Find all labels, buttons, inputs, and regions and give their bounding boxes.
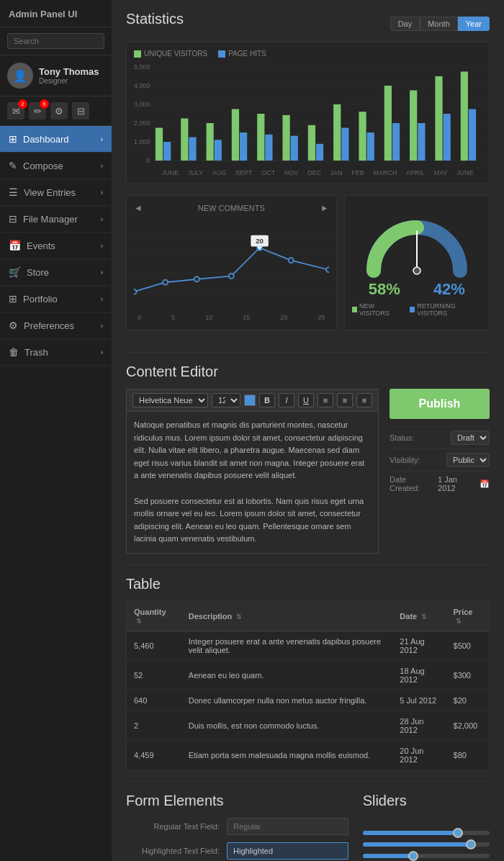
status-select[interactable]: Draft xyxy=(451,430,490,445)
italic-btn[interactable]: I xyxy=(279,393,294,407)
regular-text-input[interactable] xyxy=(227,818,348,835)
calendar-icon[interactable]: 📅 xyxy=(480,479,490,489)
slider-thumb-1[interactable] xyxy=(453,828,463,838)
th-description[interactable]: Description ⇅ xyxy=(181,601,393,631)
mail-icon-btn[interactable]: ✉ 2 xyxy=(7,102,24,120)
font-family-select[interactable]: Helvetica Neue xyxy=(132,393,208,407)
regular-label: Regular Text Field: xyxy=(126,822,220,831)
gauge-returning-pct: 42% xyxy=(433,280,465,299)
th-price[interactable]: Price ⇅ xyxy=(446,601,490,631)
chart-nav: ◄ NEW COMMENTS ► xyxy=(134,203,329,213)
date-value: 1 Jan 2012 📅 xyxy=(438,475,490,492)
gauge-legend: NEW VISITORS RETURNING VISITORS xyxy=(352,302,482,317)
line-chart-wrapper: 20 0510152025 xyxy=(134,217,329,323)
nav-label-3: File Manager xyxy=(23,214,78,225)
svg-rect-15 xyxy=(265,135,272,161)
user-action-icons: ✉ 2 ✏ 6 ⚙ ⊟ xyxy=(0,96,112,126)
svg-rect-17 xyxy=(290,136,297,161)
nav-arrow-7: › xyxy=(101,322,103,330)
svg-rect-24 xyxy=(384,86,391,161)
user-name: Tony Thomas xyxy=(39,66,99,77)
nav-label-5: Store xyxy=(27,267,49,278)
nav-arrow-1: › xyxy=(101,162,103,170)
nav-label-2: View Entries xyxy=(24,187,76,198)
nav-icon-5: 🛒 xyxy=(9,266,21,278)
gauge-returning: 42% xyxy=(433,280,465,299)
form-sliders-row: Form Elements Regular Text Field: Highli… xyxy=(112,782,504,861)
svg-point-36 xyxy=(134,289,136,294)
nav-icon-2: ☰ xyxy=(9,186,18,198)
regular-text-row: Regular Text Field: xyxy=(126,818,348,835)
editor-body[interactable]: Natoque penatibus et magnis dis parturie… xyxy=(126,411,379,554)
slider-row-3 xyxy=(363,854,490,858)
table-row: 5,460Integer posuere erat a ante venenat… xyxy=(127,631,490,660)
time-btn-day[interactable]: Day xyxy=(390,17,420,31)
stats-title: Statistics xyxy=(126,11,184,27)
table-row: 640Donec ullamcorper nulla non metus auc… xyxy=(127,690,490,711)
date-label: Date Created: xyxy=(390,475,438,492)
edit-icon-btn[interactable]: ✏ 6 xyxy=(29,102,46,120)
underline-btn[interactable]: U xyxy=(298,393,314,407)
sidebar-item-view-entries[interactable]: ☰View Entries› xyxy=(0,179,112,206)
slider-track-3 xyxy=(363,854,490,858)
time-btn-month[interactable]: Month xyxy=(420,17,458,31)
sidebar: Admin Panel UI 👤 Tony Thomas Designer ✉ … xyxy=(0,0,112,861)
cell-date-4: 20 Jun 2012 xyxy=(392,740,446,770)
slider-thumb-3[interactable] xyxy=(408,851,418,861)
cell-price-4: $80 xyxy=(446,740,490,770)
sidebar-item-dashboard[interactable]: ⊞Dashboard› xyxy=(0,126,112,153)
svg-rect-25 xyxy=(392,123,399,161)
bar-chart-wrapper: 5,000 4,000 3,000 2,000 1,000 0 xyxy=(134,63,482,176)
bar-chart-container: UNIQUE VISITORS PAGE HITS 5,000 4,000 3,… xyxy=(126,42,490,184)
mail-badge: 2 xyxy=(18,99,27,109)
bookmark-icon-btn[interactable]: ⊟ xyxy=(72,102,89,120)
cell-quantity-3: 2 xyxy=(127,711,181,740)
sidebar-item-store[interactable]: 🛒Store› xyxy=(0,259,112,286)
slider-track-1 xyxy=(363,831,490,835)
slider-thumb-2[interactable] xyxy=(466,839,476,849)
table-header-row: Quantity ⇅ Description ⇅ Date ⇅ Price ⇅ xyxy=(127,601,490,631)
time-btn-year[interactable]: Year xyxy=(458,17,490,31)
sidebar-item-events[interactable]: 📅Events› xyxy=(0,233,112,259)
slider-row-2 xyxy=(363,842,490,847)
gauge-new: 58% xyxy=(369,280,400,299)
th-date[interactable]: Date ⇅ xyxy=(392,601,446,631)
svg-rect-23 xyxy=(366,132,374,161)
svg-rect-26 xyxy=(410,90,417,161)
sidebar-item-preferences[interactable]: ⚙Preferences› xyxy=(0,312,112,339)
sort-quantity-icon: ⇅ xyxy=(136,618,142,625)
sidebar-item-file-manager[interactable]: ⊟File Manager› xyxy=(0,206,112,233)
highlighted-text-input[interactable] xyxy=(227,842,348,860)
nav-label-6: Portfolio xyxy=(23,294,58,305)
align-left-btn[interactable]: ≡ xyxy=(318,393,333,407)
slider-track-2 xyxy=(363,842,490,847)
align-center-btn[interactable]: ≡ xyxy=(337,393,353,407)
sidebar-item-compose[interactable]: ✎Compose› xyxy=(0,153,112,179)
bold-btn[interactable]: B xyxy=(259,393,275,407)
y-axis: 5,000 4,000 3,000 2,000 1,000 0 xyxy=(134,63,150,164)
align-right-btn[interactable]: ≡ xyxy=(356,393,372,407)
color-picker[interactable] xyxy=(244,395,256,406)
nav-arrow-8: › xyxy=(101,348,103,356)
settings-icon-btn[interactable]: ⚙ xyxy=(50,102,68,120)
svg-text:20: 20 xyxy=(256,237,264,245)
th-quantity[interactable]: Quantity ⇅ xyxy=(127,601,181,631)
search-container xyxy=(0,27,112,55)
chart-legend: UNIQUE VISITORS PAGE HITS xyxy=(134,50,482,58)
gauge-svg xyxy=(359,209,474,281)
visibility-select[interactable]: Public xyxy=(446,453,490,467)
nav-label-0: Dashboard xyxy=(23,134,69,145)
chart-prev-btn[interactable]: ◄ xyxy=(134,203,143,213)
chart-next-btn[interactable]: ► xyxy=(320,203,329,213)
search-input[interactable] xyxy=(7,33,104,49)
sliders-title: Sliders xyxy=(363,793,490,809)
sidebar-item-portfolio[interactable]: ⊞Portfolio› xyxy=(0,286,112,312)
nav-icon-3: ⊟ xyxy=(9,213,17,225)
sidebar-item-trash[interactable]: 🗑Trash› xyxy=(0,339,112,366)
font-size-select[interactable]: 12 xyxy=(212,393,240,407)
cell-quantity-2: 640 xyxy=(127,690,181,711)
publish-button[interactable]: Publish xyxy=(390,389,490,419)
svg-rect-30 xyxy=(460,71,467,161)
table-title: Table xyxy=(126,576,490,592)
sort-description-icon: ⇅ xyxy=(236,613,242,621)
